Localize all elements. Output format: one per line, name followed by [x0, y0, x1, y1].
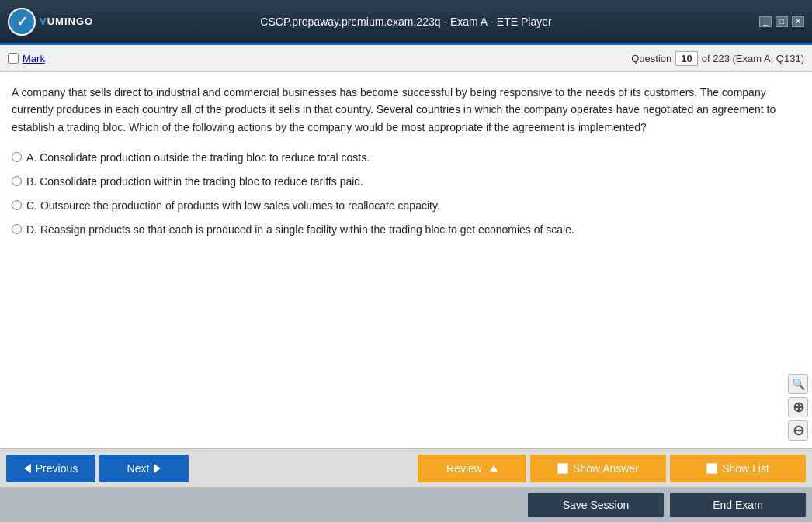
option-a-text[interactable]: A. Consolidate production outside the tr…: [26, 150, 370, 166]
mark-label[interactable]: Mark: [23, 53, 45, 64]
zoom-out-button[interactable]: ⊖: [788, 420, 808, 441]
next-button[interactable]: Next: [99, 455, 189, 482]
side-tools: 🔍 ⊕ ⊖: [788, 374, 808, 441]
option-c-text[interactable]: C. Outsource the production of products …: [26, 198, 440, 214]
show-answer-label: Show Answer: [573, 462, 639, 475]
mark-checkbox-label[interactable]: Mark: [8, 53, 45, 64]
zoom-in-button[interactable]: ⊕: [788, 397, 808, 417]
review-arrow-icon: [490, 465, 498, 472]
logo-area: ✓ VUMINGO: [8, 8, 93, 36]
show-list-button[interactable]: Show List: [670, 455, 806, 482]
window-title: CSCP.prepaway.premium.exam.223q - Exam A…: [260, 16, 551, 28]
content-wrapper: A company that sells direct to industria…: [0, 72, 812, 448]
show-list-checkbox-icon: [706, 463, 717, 474]
show-answer-checkbox-icon: [557, 463, 568, 474]
review-button[interactable]: Review: [418, 455, 526, 482]
option-a[interactable]: A. Consolidate production outside the tr…: [12, 150, 800, 166]
question-info: Question 10 of 223 (Exam A, Q131): [631, 51, 804, 66]
radio-c[interactable]: [12, 200, 22, 210]
main-content: A company that sells direct to industria…: [0, 72, 812, 448]
zoom-out-icon: ⊖: [793, 422, 804, 439]
question-label: Question: [631, 53, 671, 64]
title-bar: ✓ VUMINGO CSCP.prepaway.premium.exam.223…: [0, 0, 812, 43]
option-b-text[interactable]: B. Consolidate production within the tra…: [26, 174, 363, 190]
minimize-button[interactable]: _: [759, 16, 772, 27]
nav-bar: Previous Next Review Show Answer Show Li…: [0, 448, 812, 487]
toolbar: Mark Question 10 of 223 (Exam A, Q131): [0, 45, 812, 72]
question-text: A company that sells direct to industria…: [12, 84, 800, 136]
previous-label: Previous: [36, 462, 78, 475]
review-label: Review: [446, 462, 482, 475]
option-d-text[interactable]: D. Reassign products so that each is pro…: [26, 222, 574, 238]
restore-button[interactable]: □: [776, 16, 788, 27]
option-d[interactable]: D. Reassign products so that each is pro…: [12, 222, 800, 238]
radio-d[interactable]: [12, 224, 22, 234]
logo-icon: ✓: [8, 8, 36, 36]
option-c[interactable]: C. Outsource the production of products …: [12, 198, 800, 214]
option-b[interactable]: B. Consolidate production within the tra…: [12, 174, 800, 190]
action-bar: Save Session End Exam: [0, 487, 812, 522]
options-list: A. Consolidate production outside the tr…: [12, 150, 800, 238]
previous-arrow-icon: [24, 464, 31, 473]
zoom-in-icon: ⊕: [793, 399, 804, 416]
save-session-button[interactable]: Save Session: [528, 493, 664, 517]
window-controls[interactable]: _ □ ✕: [759, 16, 804, 27]
search-button[interactable]: 🔍: [788, 374, 808, 394]
mark-checkbox-input[interactable]: [8, 53, 19, 64]
question-of-text: of 223 (Exam A, Q131): [702, 53, 804, 64]
end-exam-button[interactable]: End Exam: [670, 493, 806, 517]
logo-text: VUMINGO: [40, 16, 93, 27]
close-button[interactable]: ✕: [792, 16, 804, 27]
previous-button[interactable]: Previous: [6, 455, 95, 482]
show-list-label: Show List: [722, 462, 769, 475]
next-arrow-icon: [154, 464, 161, 473]
question-number-box: 10: [675, 51, 697, 66]
show-answer-button[interactable]: Show Answer: [530, 455, 666, 482]
logo-checkmark: ✓: [16, 13, 28, 30]
search-icon: 🔍: [792, 378, 805, 390]
radio-b[interactable]: [12, 176, 22, 186]
next-label: Next: [127, 462, 150, 475]
radio-a[interactable]: [12, 152, 22, 162]
